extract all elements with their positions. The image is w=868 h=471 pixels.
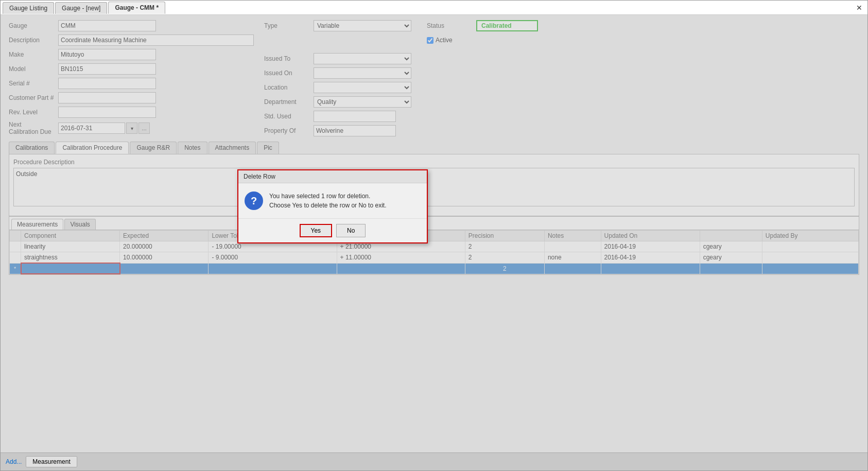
- dialog-no-button[interactable]: No: [336, 224, 366, 237]
- dialog-overlay: Delete Row ? You have selected 1 row for…: [1, 15, 867, 452]
- dialog-yes-button[interactable]: Yes: [300, 224, 333, 237]
- dialog-message: You have selected 1 row for deletion. Ch…: [269, 191, 386, 210]
- tab-gauge-cmm[interactable]: Gauge - CMM *: [108, 2, 165, 14]
- tab-gauge-listing[interactable]: Gauge Listing: [3, 2, 54, 14]
- title-bar: Gauge Listing Gauge - [new] Gauge - CMM …: [1, 1, 867, 15]
- bottom-bar: Add... Measurement: [1, 452, 867, 470]
- dialog-title: Delete Row: [238, 170, 427, 183]
- close-button[interactable]: ✕: [853, 3, 865, 13]
- dialog-buttons: Yes No: [238, 218, 427, 242]
- main-window: Gauge Listing Gauge - [new] Gauge - CMM …: [0, 0, 868, 471]
- main-content: Gauge Description Make Model Serial #: [1, 15, 867, 452]
- dialog-question-icon: ?: [245, 191, 263, 210]
- add-button[interactable]: Add...: [6, 458, 22, 465]
- window-tabs: Gauge Listing Gauge - [new] Gauge - CMM …: [3, 2, 166, 14]
- dialog-body: ? You have selected 1 row for deletion. …: [238, 183, 427, 218]
- delete-row-dialog: Delete Row ? You have selected 1 row for…: [237, 169, 428, 243]
- tab-gauge-new[interactable]: Gauge - [new]: [55, 2, 107, 14]
- measurement-button[interactable]: Measurement: [26, 456, 77, 467]
